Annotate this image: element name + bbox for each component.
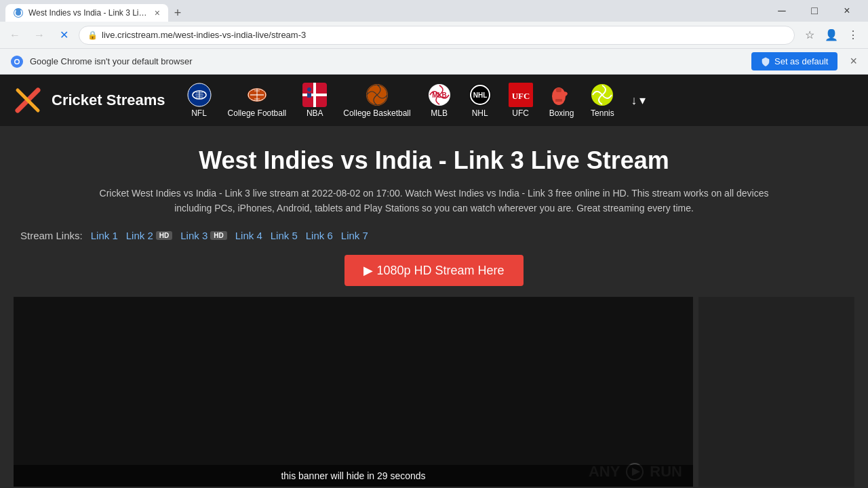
hd-badge-3: HD bbox=[210, 231, 226, 240]
tab-favicon bbox=[14, 8, 23, 18]
site-logo[interactable]: Cricket Streams bbox=[11, 83, 165, 117]
main-content: West Indies vs India - Link 3 Live Strea… bbox=[0, 126, 868, 488]
svg-rect-32 bbox=[556, 88, 561, 92]
svg-point-20 bbox=[307, 87, 311, 92]
stream-link-1[interactable]: Link 1 bbox=[91, 230, 118, 241]
svg-rect-19 bbox=[302, 94, 327, 96]
nfl-label: NFL bbox=[191, 108, 207, 118]
sidebar-item-boxing[interactable]: Boxing bbox=[544, 80, 580, 121]
tab-title: West Indies vs India - Link 3 Live St... bbox=[28, 8, 149, 18]
tab-bar: West Indies vs India - Link 3 Live St...… bbox=[5, 0, 187, 22]
minimize-button[interactable]: ─ bbox=[766, 0, 797, 22]
chrome-favicon bbox=[11, 56, 23, 68]
url-text: live.cricstream.me/west-indies-vs-india-… bbox=[102, 30, 306, 40]
svg-point-2 bbox=[16, 60, 19, 63]
shield-icon bbox=[761, 57, 770, 66]
tab-close-button[interactable]: × bbox=[155, 7, 160, 18]
stream-links-label: Stream Links: bbox=[20, 230, 83, 241]
reload-button[interactable]: ✕ bbox=[54, 26, 73, 45]
sidebar-item-nfl[interactable]: NFL bbox=[182, 80, 217, 121]
forward-button[interactable]: → bbox=[30, 26, 49, 45]
video-player[interactable]: ANY RUN this banner will hide in 29 seco… bbox=[14, 297, 693, 487]
tennis-label: Tennis bbox=[591, 108, 614, 118]
hd-stream-button[interactable]: ▶ 1080p HD Stream Here bbox=[344, 255, 523, 286]
stream-links: Stream Links: Link 1 Link 2 HD Link 3 HD… bbox=[14, 230, 854, 241]
boxing-label: Boxing bbox=[549, 108, 574, 118]
sidebar-item-college-football[interactable]: College Football bbox=[222, 80, 292, 121]
address-bar: ← → ✕ 🔒 live.cricstream.me/west-indies-v… bbox=[0, 22, 868, 49]
college-football-icon bbox=[245, 83, 269, 107]
bookmark-button[interactable]: ☆ bbox=[800, 26, 819, 45]
stream-link-5[interactable]: Link 5 bbox=[271, 230, 298, 241]
close-button[interactable]: × bbox=[831, 0, 863, 22]
ufc-label: UFC bbox=[512, 108, 529, 118]
nhl-icon: NHL bbox=[468, 83, 492, 107]
page-description: Cricket West Indies vs India - Link 3 li… bbox=[95, 186, 773, 216]
stream-link-4[interactable]: Link 4 bbox=[235, 230, 262, 241]
url-bar[interactable]: 🔒 live.cricstream.me/west-indies-vs-indi… bbox=[79, 26, 795, 45]
video-container: ANY RUN this banner will hide in 29 seco… bbox=[14, 297, 854, 487]
stream-link-7[interactable]: Link 7 bbox=[341, 230, 368, 241]
logo-icon bbox=[11, 83, 45, 117]
site-content: Cricket Streams NFL bbox=[0, 75, 868, 488]
nba-label: NBA bbox=[307, 108, 323, 118]
maximize-button[interactable]: □ bbox=[799, 0, 830, 22]
mlb-label: MLB bbox=[431, 108, 448, 118]
site-nav: Cricket Streams NFL bbox=[0, 75, 868, 126]
banner-text: this banner will hide in 29 seconds bbox=[281, 470, 425, 481]
college-basketball-label: College Basketball bbox=[343, 108, 410, 118]
svg-text:UFC: UFC bbox=[511, 91, 530, 101]
sidebar-item-ufc[interactable]: UFC UFC bbox=[503, 80, 538, 121]
video-banner: this banner will hide in 29 seconds bbox=[14, 465, 693, 487]
more-label: ↓ bbox=[631, 94, 637, 108]
right-sidebar bbox=[698, 297, 854, 487]
boxing-icon bbox=[549, 83, 574, 107]
back-button[interactable]: ← bbox=[5, 26, 24, 45]
active-tab[interactable]: West Indies vs India - Link 3 Live St...… bbox=[5, 4, 168, 22]
window-controls: ─ □ × bbox=[766, 0, 863, 22]
title-bar: West Indies vs India - Link 3 Live St...… bbox=[0, 0, 868, 22]
sidebar-item-nhl[interactable]: NHL NHL bbox=[462, 80, 498, 121]
address-actions: ☆ 👤 ⋮ bbox=[800, 26, 863, 45]
tennis-icon bbox=[590, 83, 614, 107]
svg-text:MLB: MLB bbox=[432, 92, 447, 99]
notification-close-button[interactable]: × bbox=[850, 54, 857, 68]
sidebar-item-nba[interactable]: NBA bbox=[297, 80, 332, 121]
set-default-button[interactable]: Set as default bbox=[751, 52, 838, 70]
notification-bar: Google Chrome isn't your default browser… bbox=[0, 49, 868, 75]
set-default-label: Set as default bbox=[774, 56, 829, 66]
new-tab-button[interactable]: + bbox=[168, 4, 187, 22]
page-title: West Indies vs India - Link 3 Live Strea… bbox=[14, 146, 854, 175]
nfl-icon bbox=[187, 83, 212, 107]
svg-rect-33 bbox=[555, 99, 562, 102]
logo-text: Cricket Streams bbox=[52, 92, 165, 109]
mlb-icon: MLB bbox=[427, 83, 452, 107]
hd-badge-2: HD bbox=[156, 231, 172, 240]
menu-button[interactable]: ⋮ bbox=[844, 26, 863, 45]
sidebar-item-college-basketball[interactable]: College Basketball bbox=[338, 80, 416, 121]
chevron-down-icon: ▾ bbox=[639, 93, 646, 108]
sidebar-item-mlb[interactable]: MLB MLB bbox=[422, 80, 457, 121]
nhl-label: NHL bbox=[472, 108, 488, 118]
college-football-label: College Football bbox=[228, 108, 287, 118]
more-button[interactable]: ↓ ▾ bbox=[625, 90, 651, 110]
notification-text: Google Chrome isn't your default browser bbox=[30, 56, 745, 66]
nba-icon bbox=[302, 83, 327, 107]
sidebar-item-tennis[interactable]: Tennis bbox=[585, 80, 620, 121]
stream-link-2[interactable]: Link 2 HD bbox=[126, 230, 172, 241]
stream-link-6[interactable]: Link 6 bbox=[306, 230, 333, 241]
ufc-icon: UFC bbox=[509, 83, 533, 107]
college-basketball-icon bbox=[365, 83, 389, 107]
lock-icon: 🔒 bbox=[87, 30, 98, 40]
stream-link-3[interactable]: Link 3 HD bbox=[180, 230, 226, 241]
svg-text:NHL: NHL bbox=[473, 92, 487, 99]
account-button[interactable]: 👤 bbox=[822, 26, 841, 45]
